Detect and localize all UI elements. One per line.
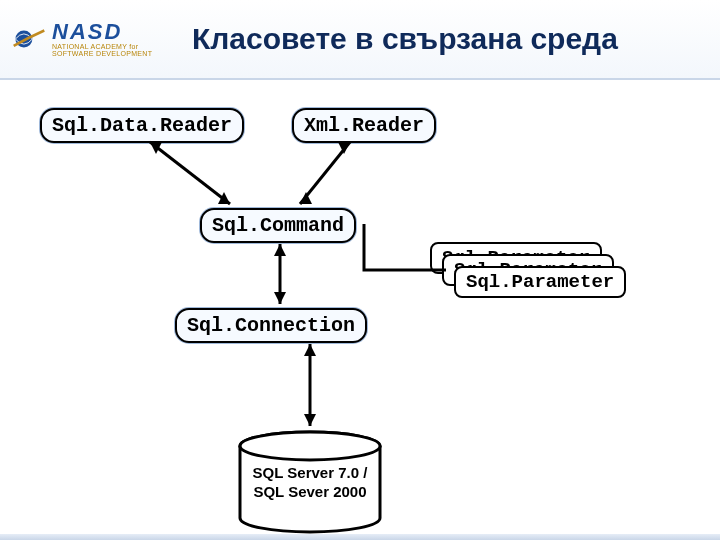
- diagram-canvas: Sql.Data.Reader Xml.Reader Sql.Command S…: [0, 80, 720, 540]
- db-line2: SQL Sever 2000: [253, 483, 366, 500]
- logo-block: NASD NATIONAL ACADEMY for SOFTWARE DEVEL…: [12, 21, 182, 57]
- arrow-xmlreader-command: [290, 138, 370, 218]
- svg-marker-5: [338, 142, 350, 154]
- svg-marker-6: [300, 192, 312, 204]
- logo-sub-top: NATIONAL ACADEMY for: [52, 43, 152, 50]
- database-cylinder: SQL Server 7.0 / SQL Sever 2000: [230, 430, 390, 540]
- svg-marker-10: [304, 414, 316, 426]
- node-sqlparameter-stack: Sql.Parameter Sql.Parameter Sql.Paramete…: [430, 242, 650, 300]
- page-title: Класовете в свързана среда: [192, 22, 618, 57]
- logo-text: NASD NATIONAL ACADEMY for SOFTWARE DEVEL…: [52, 21, 152, 57]
- node-sqlconnection: Sql.Connection: [175, 308, 367, 343]
- logo-main: NASD: [52, 21, 152, 43]
- svg-marker-9: [304, 344, 316, 356]
- arrow-command-connection: [270, 240, 290, 312]
- svg-marker-7: [274, 244, 286, 256]
- globe-swoosh-icon: [12, 22, 46, 56]
- connector-command-parameter: [360, 220, 450, 280]
- arrow-connection-db: [300, 340, 320, 434]
- svg-marker-4: [218, 192, 230, 204]
- database-label: SQL Server 7.0 / SQL Sever 2000: [230, 464, 390, 502]
- svg-point-2: [240, 432, 380, 460]
- footer-divider: [0, 534, 720, 540]
- svg-marker-8: [274, 292, 286, 304]
- logo-sub-bottom: SOFTWARE DEVELOPMENT: [52, 50, 152, 57]
- header-bar: NASD NATIONAL ACADEMY for SOFTWARE DEVEL…: [0, 0, 720, 80]
- db-line1: SQL Server 7.0 /: [253, 464, 368, 481]
- svg-marker-3: [150, 142, 162, 154]
- param-card-front: Sql.Parameter: [454, 266, 626, 298]
- arrow-datareader-command: [140, 138, 260, 218]
